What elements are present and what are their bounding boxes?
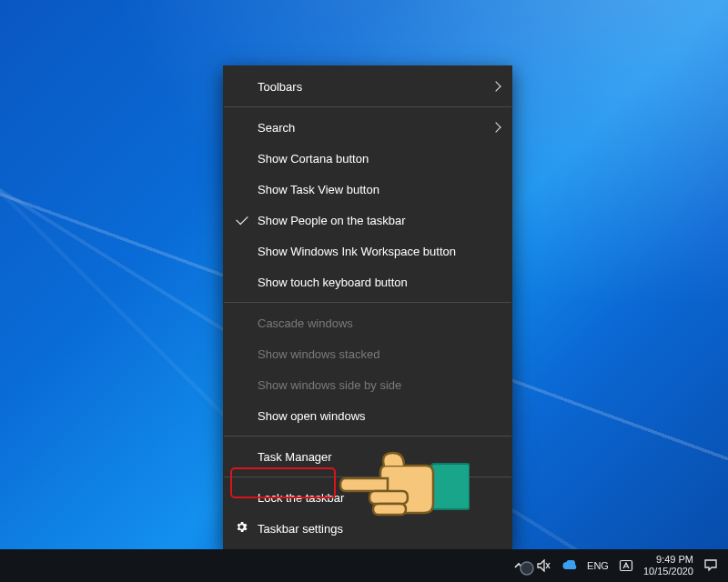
menu-item-show-open-windows[interactable]: Show open windows bbox=[223, 400, 512, 431]
menu-item-search[interactable]: Search bbox=[223, 112, 512, 143]
menu-item-label: Show windows stacked bbox=[258, 347, 379, 361]
menu-item-label: Search bbox=[258, 121, 295, 135]
system-tray: ENG 9:49 PM 10/15/2020 bbox=[511, 554, 728, 577]
menu-item-show-cortana-button[interactable]: Show Cortana button bbox=[223, 143, 512, 174]
menu-item-label: Show Task View button bbox=[258, 183, 379, 196]
action-center-icon[interactable] bbox=[703, 557, 719, 574]
menu-item-label: Show Windows Ink Workspace button bbox=[258, 245, 456, 258]
taskbar-pinned-app-icon[interactable] bbox=[519, 560, 535, 577]
taskbar[interactable]: ENG 9:49 PM 10/15/2020 bbox=[0, 549, 728, 582]
menu-item-label: Cascade windows bbox=[258, 316, 353, 330]
onedrive-cloud-icon[interactable] bbox=[561, 557, 578, 574]
menu-item-show-touch-keyboard-button[interactable]: Show touch keyboard button bbox=[223, 266, 512, 297]
ime-input-icon[interactable] bbox=[618, 557, 634, 574]
svg-point-1 bbox=[521, 562, 533, 575]
menu-separator bbox=[224, 436, 511, 436]
menu-item-label: Lock the taskbar bbox=[258, 491, 344, 505]
menu-item-label: Show People on the taskbar bbox=[258, 214, 406, 227]
menu-item-label: Taskbar settings bbox=[258, 522, 343, 536]
menu-item-taskbar-settings[interactable]: Taskbar settings bbox=[223, 513, 512, 544]
tray-time: 9:49 PM bbox=[656, 554, 693, 566]
menu-item-task-manager[interactable]: Task Manager bbox=[223, 441, 512, 472]
volume-icon[interactable] bbox=[536, 557, 552, 574]
menu-item-show-windows-side-by-side: Show windows side by side bbox=[223, 369, 512, 400]
menu-item-label: Show windows side by side bbox=[258, 378, 401, 392]
menu-item-lock-the-taskbar[interactable]: Lock the taskbar bbox=[223, 482, 512, 513]
menu-item-label: Toolbars bbox=[258, 80, 302, 94]
menu-item-show-windows-stacked: Show windows stacked bbox=[223, 338, 512, 369]
desktop-wallpaper: ToolbarsSearchShow Cortana buttonShow Ta… bbox=[0, 0, 728, 582]
menu-item-label: Show open windows bbox=[258, 409, 366, 423]
menu-separator bbox=[224, 106, 511, 107]
tray-clock[interactable]: 9:49 PM 10/15/2020 bbox=[643, 554, 693, 577]
menu-item-label: Show touch keyboard button bbox=[258, 276, 408, 289]
taskbar-context-menu: ToolbarsSearchShow Cortana buttonShow Ta… bbox=[223, 65, 512, 549]
menu-item-show-task-view-button[interactable]: Show Task View button bbox=[223, 174, 512, 205]
menu-item-label: Task Manager bbox=[258, 450, 332, 464]
menu-item-cascade-windows: Cascade windows bbox=[223, 307, 512, 338]
tray-date: 10/15/2020 bbox=[643, 566, 693, 577]
menu-item-toolbars[interactable]: Toolbars bbox=[223, 71, 512, 102]
menu-item-label: Show Cortana button bbox=[258, 152, 369, 166]
menu-separator bbox=[224, 477, 511, 477]
tray-input-language[interactable]: ENG bbox=[587, 560, 609, 571]
menu-separator bbox=[224, 302, 511, 303]
menu-item-show-people-on-the-taskbar[interactable]: Show People on the taskbar bbox=[223, 205, 512, 236]
menu-item-show-windows-ink-workspace-button[interactable]: Show Windows Ink Workspace button bbox=[223, 236, 512, 266]
gear-icon bbox=[235, 520, 248, 537]
